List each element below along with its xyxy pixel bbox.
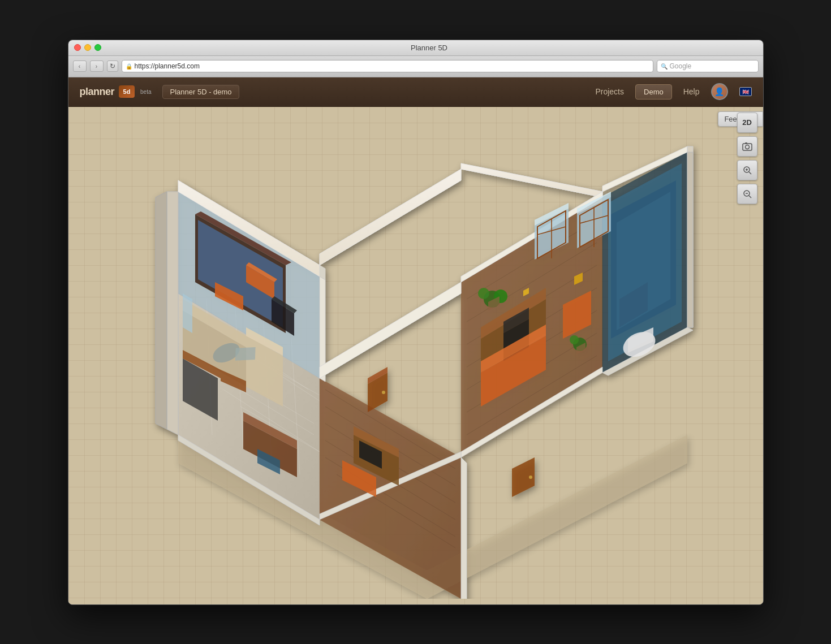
lock-icon: 🔒 bbox=[126, 63, 132, 70]
svg-point-1 bbox=[745, 145, 749, 149]
project-name-bar[interactable]: Planner 5D - demo bbox=[162, 85, 239, 99]
svg-point-119 bbox=[382, 391, 385, 394]
help-nav-link[interactable]: Help bbox=[683, 87, 700, 96]
close-window-button[interactable] bbox=[74, 44, 81, 51]
header-nav: Projects Demo Help 👤 🇬🇧 bbox=[595, 83, 751, 100]
beta-badge: beta bbox=[140, 89, 151, 95]
address-bar[interactable]: 🔒 https://planner5d.com bbox=[122, 60, 653, 72]
window-controls bbox=[74, 44, 101, 51]
browser-toolbar: ‹ › ↻ 🔒 https://planner5d.com 🔍 Google bbox=[68, 56, 763, 77]
zoom-out-icon bbox=[742, 189, 752, 199]
zoom-out-button[interactable] bbox=[737, 184, 757, 204]
search-bar[interactable]: 🔍 Google bbox=[657, 60, 759, 72]
view-2d-button[interactable]: 2D bbox=[737, 113, 757, 133]
mac-window: Planner 5D ‹ › ↻ 🔒 https://planner5d.com… bbox=[68, 40, 764, 605]
svg-point-122 bbox=[529, 476, 532, 479]
url-text: https://planner5d.com bbox=[135, 62, 200, 70]
svg-marker-53 bbox=[687, 152, 693, 327]
svg-marker-58 bbox=[320, 282, 461, 378]
svg-marker-50 bbox=[461, 163, 602, 197]
svg-rect-78 bbox=[235, 347, 255, 360]
search-placeholder-text: Google bbox=[670, 62, 692, 70]
camera-icon bbox=[742, 141, 752, 152]
minimize-window-button[interactable] bbox=[84, 44, 91, 51]
svg-marker-55 bbox=[461, 457, 467, 599]
title-bar: Planner 5D bbox=[68, 40, 763, 56]
svg-line-6 bbox=[749, 172, 751, 174]
screenshot-button[interactable] bbox=[737, 136, 757, 157]
svg-marker-120 bbox=[183, 293, 192, 333]
floorplan-3d bbox=[105, 113, 727, 599]
reload-button[interactable]: ↻ bbox=[107, 60, 118, 72]
logo-area: planner 5d beta bbox=[80, 85, 152, 98]
logo-box: 5d bbox=[119, 85, 135, 98]
logo-text: planner bbox=[80, 86, 115, 98]
search-icon: 🔍 bbox=[661, 63, 668, 70]
floorplan-container bbox=[68, 107, 763, 604]
demo-nav-button[interactable]: Demo bbox=[635, 84, 672, 100]
svg-marker-42 bbox=[156, 192, 167, 429]
svg-point-107 bbox=[570, 335, 579, 344]
back-button[interactable]: ‹ bbox=[73, 60, 87, 72]
maximize-window-button[interactable] bbox=[94, 44, 101, 51]
app-header: planner 5d beta Planner 5D - demo Projec… bbox=[68, 77, 763, 107]
svg-rect-2 bbox=[745, 142, 747, 144]
avatar[interactable]: 👤 bbox=[711, 83, 728, 100]
main-canvas: Feedback 2D bbox=[68, 107, 763, 604]
language-flag-icon[interactable]: 🇬🇧 bbox=[739, 87, 752, 96]
zoom-in-icon bbox=[742, 165, 752, 175]
zoom-in-button[interactable] bbox=[737, 160, 757, 180]
forward-button[interactable]: › bbox=[90, 60, 104, 72]
svg-marker-41 bbox=[167, 192, 178, 435]
window-title: Planner 5D bbox=[101, 44, 757, 52]
svg-line-9 bbox=[749, 196, 751, 198]
right-sidebar: 2D bbox=[737, 113, 757, 204]
svg-marker-48 bbox=[320, 169, 461, 265]
projects-nav-link[interactable]: Projects bbox=[595, 87, 624, 96]
svg-point-103 bbox=[478, 288, 489, 299]
